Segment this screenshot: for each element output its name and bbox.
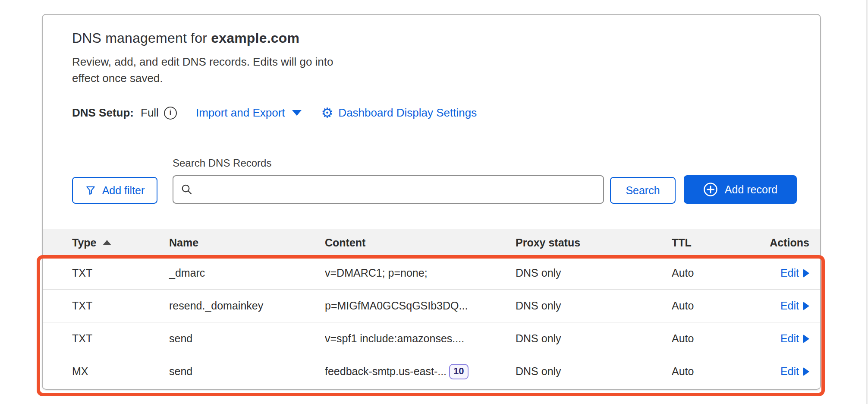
page-title: DNS management for example.com [72, 30, 299, 46]
cell-type: TXT [72, 332, 169, 345]
page-title-domain: example.com [211, 30, 299, 46]
cell-type: MX [72, 365, 169, 378]
cell-proxy-status: DNS only [516, 267, 672, 279]
cell-name: resend._domainkey [169, 300, 325, 312]
cell-name: send [169, 332, 325, 345]
caret-right-icon [803, 367, 809, 376]
cell-proxy-status: DNS only [516, 332, 672, 345]
dns-records-table: Type Name Content Proxy status TTL Actio… [43, 229, 820, 388]
add-filter-button[interactable]: Add filter [72, 177, 157, 204]
column-header-ttl[interactable]: TTL [672, 237, 760, 249]
gear-icon: ⚙ [321, 106, 333, 120]
search-input-container [173, 175, 604, 204]
dns-setup-row: DNS Setup: Full i Import and Export ⚙ Da… [72, 106, 477, 120]
cell-name: _dmarc [169, 267, 325, 279]
column-header-content[interactable]: Content [325, 237, 516, 249]
column-header-proxy-status[interactable]: Proxy status [516, 237, 672, 249]
caret-right-icon [803, 335, 809, 343]
edit-record-button[interactable]: Edit [780, 332, 809, 345]
cell-proxy-status: DNS only [516, 300, 672, 312]
search-button[interactable]: Search [610, 177, 676, 204]
cell-proxy-status: DNS only [516, 365, 672, 378]
edit-record-button[interactable]: Edit [780, 365, 809, 378]
caret-right-icon [803, 269, 809, 278]
column-header-actions: Actions [770, 237, 809, 249]
chevron-down-icon [292, 110, 302, 116]
mx-priority-badge: 10 [449, 364, 468, 379]
search-input[interactable] [198, 176, 596, 203]
sort-ascending-icon [103, 240, 111, 245]
cell-content: v=spf1 include:amazonses.... [325, 332, 464, 345]
search-records-label: Search DNS Records [173, 157, 271, 169]
dns-management-card: DNS management for example.com Review, a… [42, 14, 821, 390]
dashboard-display-settings-link[interactable]: Dashboard Display Settings [338, 106, 477, 120]
cell-content: feedback-smtp.us-east-... [325, 365, 447, 378]
column-header-type[interactable]: Type [72, 237, 169, 249]
page-subtitle: Review, add, and edit DNS records. Edits… [72, 54, 337, 86]
cell-type: TXT [72, 300, 169, 312]
dns-setup-label: DNS Setup: [72, 106, 134, 120]
table-row-dmarc: TXT _dmarc v=DMARC1; p=none; DNS only Au… [43, 256, 820, 289]
filter-icon [85, 185, 96, 196]
cell-ttl: Auto [672, 365, 760, 378]
info-icon[interactable]: i [164, 107, 177, 120]
caret-right-icon [803, 302, 809, 310]
dns-setup-value: Full [141, 106, 159, 120]
cell-ttl: Auto [672, 332, 760, 345]
edit-record-button[interactable]: Edit [780, 300, 809, 312]
plus-circle-icon [703, 182, 718, 197]
import-export-label: Import and Export [196, 106, 285, 120]
cell-name: send [169, 365, 325, 378]
table-row-spf: TXT send v=spf1 include:amazonses.... DN… [43, 322, 820, 355]
add-filter-label: Add filter [102, 184, 145, 197]
cell-type: TXT [72, 267, 169, 279]
cell-content: p=MIGfMA0GCSqGSIb3DQ... [325, 300, 468, 312]
cell-content: v=DMARC1; p=none; [325, 267, 428, 279]
add-record-label: Add record [725, 183, 777, 196]
table-row-domainkey: TXT resend._domainkey p=MIGfMA0GCSqGSIb3… [43, 289, 820, 322]
cell-ttl: Auto [672, 267, 760, 279]
table-header-row: Type Name Content Proxy status TTL Actio… [43, 229, 820, 256]
edit-record-button[interactable]: Edit [780, 267, 809, 279]
scrollbar-track[interactable] [866, 0, 868, 404]
add-record-button[interactable]: Add record [684, 175, 797, 204]
cell-ttl: Auto [672, 300, 760, 312]
import-export-link[interactable]: Import and Export [196, 106, 302, 120]
search-icon [180, 183, 193, 196]
page-title-prefix: DNS management for [72, 30, 211, 46]
column-header-name[interactable]: Name [169, 237, 325, 249]
table-row-mx: MX send feedback-smtp.us-east-... 10 DNS… [43, 355, 820, 388]
